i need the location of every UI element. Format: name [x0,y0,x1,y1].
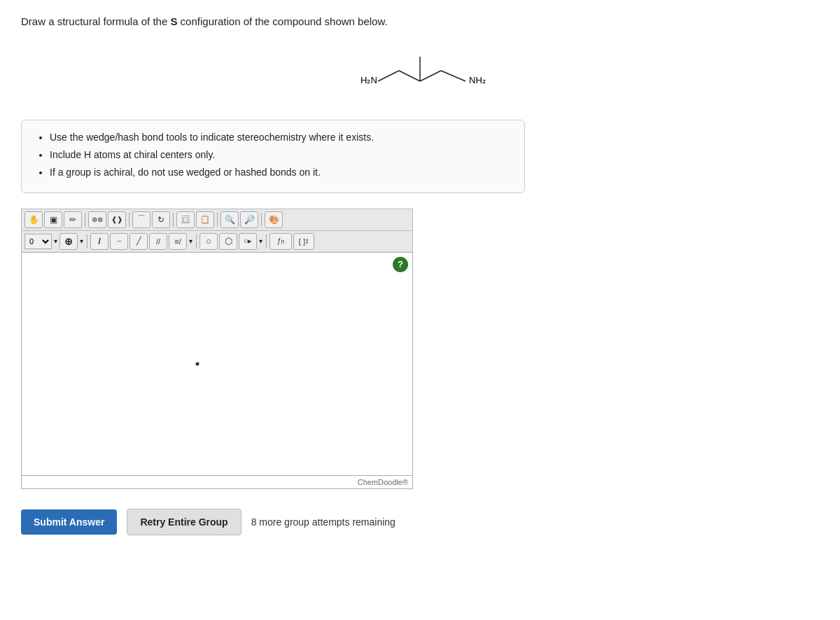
lasso-tool[interactable]: ⌒ [132,211,150,228]
question-text-before: Draw a structural formula of the [21,15,170,27]
bracket-btn[interactable]: [ ]‡ [293,233,314,250]
mol-label-right: NH₂ [469,75,486,85]
molecule-display: H₂N NH₂ [21,43,819,106]
sep4 [217,213,218,227]
copy-tool[interactable]: ⿴ [176,211,195,228]
paste-tool[interactable]: 📋 [196,211,214,228]
triple-bond-btn[interactable]: ≡/ [169,233,187,250]
sep8 [266,234,267,248]
single-bond-btn[interactable]: / [90,233,108,250]
action-row: Submit Answer Retry Entire Group 8 more … [21,509,819,535]
question-text-after: configuration of the compound shown belo… [177,15,387,27]
sep5 [261,213,262,227]
chemdoodle-widget: ✋ ▣ ✏ ⊕⊗ ❰❱ ⌒ ↻ ⿴ 📋 🔍 🔎 🎨 0 +1 -1 ▾ ⊕ ▾ … [21,209,413,489]
template-sn-btn[interactable]: ƒn [270,233,292,250]
bold-s: S [170,15,177,27]
select-tool[interactable]: ▣ [44,211,62,228]
sep3 [173,213,174,227]
help-button[interactable]: ? [393,257,408,272]
add-atom-arrow: ▾ [80,237,83,245]
circle-btn[interactable]: ○ [200,233,218,250]
instruction-item-3: If a group is achiral, do not use wedged… [50,165,512,180]
zoom-out-tool[interactable]: 🔎 [240,211,258,228]
pencil-tool[interactable]: ✏ [64,211,82,228]
sep6 [87,234,88,248]
chain-tool[interactable]: ❰❱ [108,211,126,228]
charge-select-arrow: ▾ [54,237,57,245]
canvas-dot [196,362,200,365]
color-tool[interactable]: 🎨 [265,211,283,228]
instruction-item-2: Include H atoms at chiral centers only. [50,148,512,162]
question-text: Draw a structural formula of the S confi… [21,14,819,30]
svg-line-2 [420,71,441,81]
mol-label-left: H₂N [360,75,377,85]
toolbar-row2: 0 +1 -1 ▾ ⊕ ▾ / ··· ╱ // ≡/ ▾ ○ ⬡ ○▸ ▾ ƒ… [21,230,413,252]
toolbar-row1: ✋ ▣ ✏ ⊕⊗ ❰❱ ⌒ ↻ ⿴ 📋 🔍 🔎 🎨 [21,209,413,230]
add-atom-btn[interactable]: ⊕ [59,233,78,250]
bond-arrow: ▾ [189,237,192,245]
chemdoodle-canvas[interactable]: ? [21,252,413,476]
double-bond-btn[interactable]: // [149,233,167,250]
chemdoodle-brand: ChemDoodle® [21,476,413,489]
svg-line-0 [378,71,399,81]
sep7 [196,234,197,248]
wedge-bond-btn[interactable]: ╱ [130,233,148,250]
shape-arrow: ▾ [259,237,262,245]
sep2 [129,213,130,227]
svg-line-1 [399,71,420,81]
hand-tool[interactable]: ✋ [24,211,43,228]
arrow-btn[interactable]: ○▸ [239,233,257,250]
sep1 [85,213,85,227]
molecule-svg: H₂N NH₂ [322,43,518,106]
svg-line-4 [441,71,465,81]
zoom-in-tool[interactable]: 🔍 [220,211,239,228]
dashed-bond-btn[interactable]: ··· [110,233,128,250]
instruction-item-1: Use the wedge/hash bond tools to indicat… [50,130,512,145]
retry-button[interactable]: Retry Entire Group [127,509,241,535]
ring-tool[interactable]: ⊕⊗ [88,211,106,228]
hexagon-btn[interactable]: ⬡ [219,233,237,250]
submit-button[interactable]: Submit Answer [21,509,117,535]
instructions-list: Use the wedge/hash bond tools to indicat… [34,130,512,180]
rotate-tool[interactable]: ↻ [152,211,170,228]
charge-select[interactable]: 0 +1 -1 [24,234,52,249]
instructions-box: Use the wedge/hash bond tools to indicat… [21,120,525,193]
attempts-text: 8 more group attempts remaining [251,516,396,528]
